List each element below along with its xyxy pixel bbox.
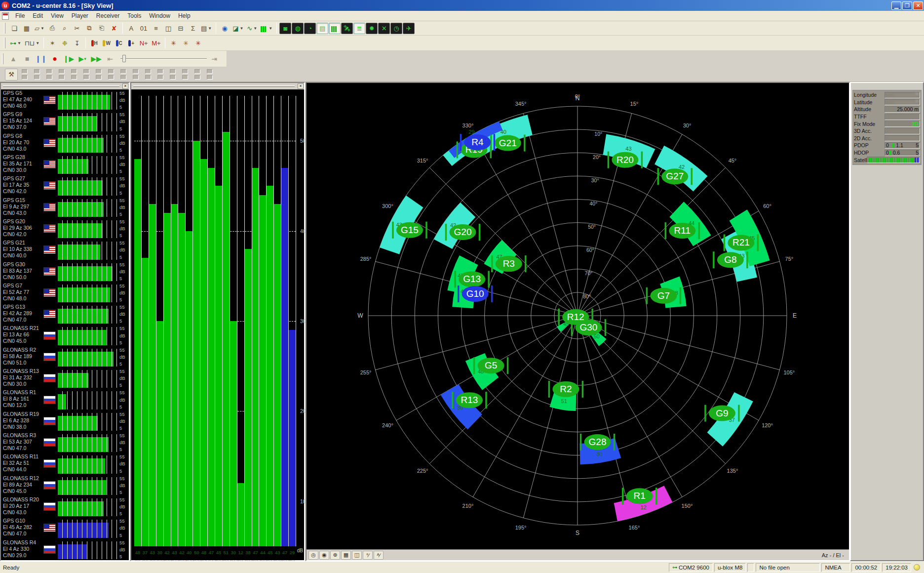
minimize-button[interactable]: ▁	[891, 1, 901, 10]
dock-placeholder-grid	[22, 69, 213, 80]
play-button[interactable]: ▶▾	[76, 53, 89, 65]
autobauding-wand-icon[interactable]: ✶	[46, 38, 58, 49]
status-protocol[interactable]: NMEA	[821, 563, 850, 572]
overlay-icon[interactable]: ◫	[352, 551, 362, 560]
svg-text:135°: 135°	[727, 468, 738, 474]
status-logfile[interactable]: No file open	[756, 563, 820, 572]
menu-receiver[interactable]: Receiver	[93, 11, 123, 20]
chart-column-R3: 47R3	[252, 96, 260, 546]
connect-port-icon[interactable]: ⊶▼	[8, 38, 23, 49]
close-button[interactable]: ✕	[913, 1, 923, 10]
dock-tool-icon[interactable]: ⚒	[5, 69, 18, 81]
close-panel-icon[interactable]: ×	[298, 83, 304, 89]
statistic-icon[interactable]: Σ	[187, 23, 199, 34]
text-console-locked-icon[interactable]: A	[125, 23, 137, 34]
status-receiver-type[interactable]: u-blox M8	[714, 563, 746, 572]
sun-view-icon[interactable]: ✹	[366, 23, 378, 34]
histogram-view-icon[interactable]: ▼	[259, 23, 274, 34]
slider-handle[interactable]	[122, 55, 126, 62]
table-icon[interactable]: ▤▼	[199, 23, 213, 34]
binary-console-locked-icon[interactable]: 01	[138, 23, 150, 34]
record-button[interactable]: ●	[48, 53, 61, 65]
text-console-view-icon[interactable]: ▤	[316, 23, 328, 34]
stop-button[interactable]: ■	[21, 53, 34, 65]
mgps-icon[interactable]: M+	[150, 38, 162, 49]
maximize-button[interactable]: ❐	[902, 1, 912, 10]
hotstart-icon[interactable]: H	[88, 38, 100, 49]
ngps-icon[interactable]: N+	[138, 38, 150, 49]
center-icon[interactable]: ⊕	[330, 551, 340, 560]
coldstart-icon[interactable]: C	[113, 38, 125, 49]
receiver-download-icon[interactable]: ↧	[71, 38, 83, 49]
firmware-update-icon[interactable]: ✳	[168, 38, 180, 49]
dock-placeholder	[108, 75, 114, 80]
baudrate-icon[interactable]: ⊓⊔▼	[23, 38, 41, 49]
paste-icon[interactable]: ⎗	[96, 23, 108, 34]
camera-view-icon[interactable]: ◙	[279, 23, 291, 34]
satellite-info: GLONASS R11El 32 Az 51C/N0 44.0	[1, 453, 43, 474]
orbit-icon[interactable]: ◎	[308, 551, 318, 560]
usa-flag-icon	[43, 203, 56, 211]
binary-console-icon[interactable]: ◔	[304, 23, 316, 34]
messages-view-icon[interactable]: ≣	[353, 23, 365, 34]
menu-view[interactable]: View	[47, 11, 67, 20]
russia-flag-icon	[43, 396, 56, 404]
print-preview-icon[interactable]: ⌕	[59, 23, 71, 34]
signal-bar	[58, 306, 118, 324]
flash-tool-icon[interactable]: ✳	[180, 38, 192, 49]
map-view-icon[interactable]: ◪▼	[231, 23, 245, 34]
satellite-row-R21: GLONASS R21El 13 Az 66C/N0 45.055dB5	[1, 325, 129, 346]
svg-text:240°: 240°	[382, 422, 393, 428]
google-earth-icon[interactable]: ◉	[219, 23, 231, 34]
whirl-icon[interactable]: ◉	[319, 551, 329, 560]
messages-locked-icon[interactable]: ≡	[150, 23, 162, 34]
print-icon[interactable]: ⎙	[46, 23, 58, 34]
fast-forward-button[interactable]: ▶▶	[90, 53, 103, 65]
satellite-view-icon[interactable]: 🛰	[341, 23, 353, 34]
playback-slider[interactable]	[120, 54, 207, 63]
close-panel-icon[interactable]: ×	[122, 83, 128, 89]
menu-player[interactable]: Player	[68, 11, 92, 20]
reset-receiver-icon[interactable]: +	[125, 38, 137, 49]
skip-end-button[interactable]: ⇥	[208, 53, 221, 65]
menu-tools[interactable]: Tools	[124, 11, 145, 20]
dock-placeholder	[207, 75, 213, 80]
skip-start-button[interactable]: ⇤	[104, 53, 116, 65]
deviation-map-icon[interactable]: ✕	[378, 23, 390, 34]
warmstart-icon[interactable]: W	[101, 38, 113, 49]
menu-help[interactable]: Help	[175, 11, 194, 20]
panel-grab-bar[interactable]: ×	[131, 83, 304, 89]
menu-window[interactable]: Window	[146, 11, 174, 20]
menu-file[interactable]: File	[12, 11, 28, 20]
split-vertical-icon[interactable]: ⊟	[175, 23, 187, 34]
grid-icon[interactable]: ▦	[341, 551, 351, 560]
satellite-row-G10: GPS G10El 45 Az 282C/N0 47.055dB5	[1, 517, 129, 538]
abort-icon[interactable]: ✘	[108, 23, 120, 34]
packet-console-icon[interactable]: ◍	[292, 23, 304, 34]
menu-edit[interactable]: Edit	[29, 11, 46, 20]
eject-button[interactable]: ▲	[7, 53, 20, 65]
chart-column-R13: 30R13	[230, 96, 237, 546]
bar-scale: 55dB5	[119, 89, 129, 111]
sky-view-icon[interactable]: ✈	[403, 23, 415, 34]
split-horizontal-icon[interactable]: ◫	[162, 23, 174, 34]
debug-messages-icon[interactable]: ❉	[59, 38, 71, 49]
step-button[interactable]: ❙▶	[62, 53, 75, 65]
pause-button[interactable]: ❙❙	[35, 53, 47, 65]
degrees-toggle-icon[interactable]: °∕	[363, 551, 373, 560]
svg-text:165°: 165°	[629, 525, 640, 531]
status-spacer	[747, 563, 754, 572]
panel-grab-bar[interactable]: ×	[1, 83, 129, 89]
chart-bars-view-icon[interactable]	[329, 23, 341, 34]
document-icon[interactable]	[2, 12, 9, 20]
status-com-port[interactable]: ⊶COM2 9600	[669, 563, 713, 572]
copy-icon[interactable]: ⧉	[83, 23, 95, 34]
save-file-icon[interactable]: ▦	[21, 23, 33, 34]
chart-view-icon[interactable]: ∿▼	[245, 23, 259, 34]
new-file-icon[interactable]: ❏	[8, 23, 20, 34]
cut-icon[interactable]: ✂	[71, 23, 83, 34]
open-file-icon[interactable]: ▱▼	[33, 23, 46, 34]
clock-view-icon[interactable]: ◷	[390, 23, 402, 34]
config-tool-icon[interactable]: ✳	[192, 38, 204, 49]
units-toggle-icon[interactable]: ᴬ∕	[374, 551, 384, 560]
